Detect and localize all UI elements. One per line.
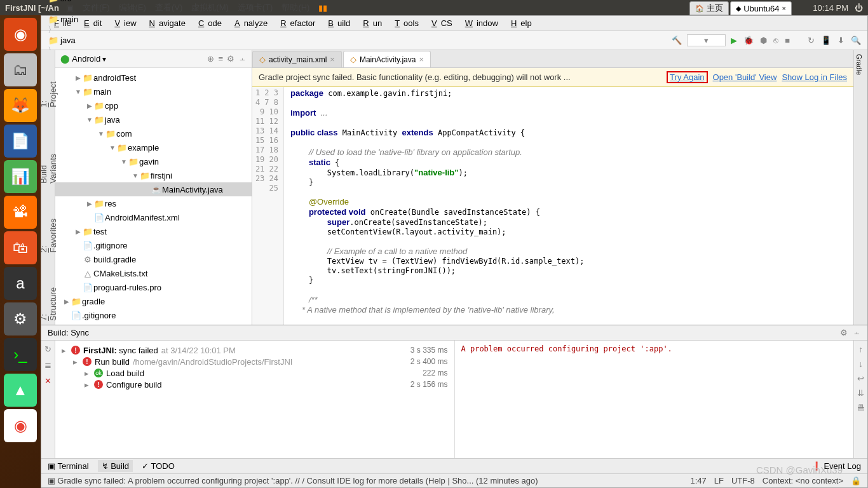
scroll-icon[interactable]: ⇊ [857, 388, 864, 398]
code-editor[interactable]: package com.example.gavin.firstjni; impo… [284, 87, 853, 325]
close-icon[interactable]: × [330, 55, 335, 64]
calc-icon[interactable]: 📊 [4, 160, 37, 193]
attach-icon[interactable]: ⎋ [772, 34, 780, 46]
up-icon[interactable]: ↑ [858, 344, 863, 354]
amazon-icon[interactable]: a [4, 267, 37, 300]
breadcrumb-item[interactable]: 📁src [46, 0, 93, 3]
collapse-icon[interactable]: ≡ [218, 54, 223, 64]
caret-pos[interactable]: 1:47 [690, 476, 706, 485]
menu-run[interactable]: Run [355, 17, 386, 29]
gear-icon[interactable]: ⚙ [227, 54, 234, 64]
impress-icon[interactable]: 📽 [4, 196, 37, 229]
profile-icon[interactable]: ⬢ [759, 34, 768, 46]
tree-node[interactable]: ▶📁cpp [55, 98, 252, 112]
run-icon[interactable]: ▶ [729, 34, 738, 46]
menu-analyze[interactable]: Analyze [227, 17, 271, 29]
build-console[interactable]: A problem occurred configuring project '… [455, 341, 854, 458]
menu-build[interactable]: Build [320, 17, 354, 29]
pause-icon[interactable]: ▮▮ [316, 3, 330, 13]
tree-node[interactable]: ▼📁java [55, 112, 252, 126]
project-view-select[interactable]: Android [72, 54, 100, 64]
tree-node[interactable]: 📄proguard-rules.pro [55, 280, 252, 294]
tree-node[interactable]: ▶📁test [55, 224, 252, 238]
tree-node[interactable]: 📄.gitignore [55, 238, 252, 252]
tree-node[interactable]: ▶📁res [55, 196, 252, 210]
tree-node[interactable]: ⚙build.gradle [55, 252, 252, 266]
firefox-icon[interactable]: 🦊 [4, 89, 37, 122]
tree-node[interactable]: △CMakeLists.txt [55, 266, 252, 280]
vm-edit[interactable]: 编辑(E) [116, 2, 149, 13]
tree-node[interactable]: ▶📁androidTest [55, 71, 252, 85]
editor-tab[interactable]: ◇activity_main.xml× [252, 51, 342, 67]
menu-navigate[interactable]: Navigate [142, 17, 189, 29]
tree-node[interactable]: ▼📁example [55, 140, 252, 154]
vm-help[interactable]: 帮助(H) [279, 2, 312, 13]
tree-node[interactable]: ▶📁gradle [55, 294, 252, 308]
line-ending[interactable]: LF [714, 476, 724, 485]
build-tree[interactable]: ▸!FirstJNI: sync failed at 3/14/22 10:01… [55, 341, 455, 458]
terminal-tab[interactable]: ▣ Terminal [48, 461, 89, 471]
sync-icon[interactable]: ↻ [806, 34, 816, 46]
build-row[interactable]: ▸okLoad build 222 ms [62, 367, 448, 379]
debug-icon[interactable]: 🐞 [742, 34, 755, 46]
software-icon[interactable]: 🛍 [4, 231, 37, 264]
tree-node[interactable]: 📄AndroidManifest.xml [55, 210, 252, 224]
stop-icon[interactable]: ■ [783, 34, 791, 46]
sdk-icon[interactable]: ⬇ [836, 34, 846, 46]
rerun-icon[interactable]: ↻ [44, 344, 51, 354]
search-icon[interactable]: 🔍 [850, 34, 862, 46]
android-studio-icon[interactable]: ▲ [4, 374, 37, 407]
try-again-link[interactable]: Try Again [667, 71, 707, 83]
hide-icon[interactable]: ⫠ [853, 328, 861, 337]
ubuntu-dash-icon[interactable]: ◉ [4, 18, 37, 51]
build-row[interactable]: ▸!Run build /home/gavin/AndroidStudioPro… [62, 356, 448, 367]
gradle-tab[interactable]: Gradle [854, 50, 864, 79]
tree-node[interactable]: ▼📁main [55, 85, 252, 98]
menu-window[interactable]: Window [458, 17, 502, 29]
favorites-tab[interactable]: 2: Favorites [41, 207, 59, 257]
show-log-link[interactable]: Show Log in Files [782, 72, 847, 82]
editor-tab[interactable]: ◇MainActivity.java× [343, 51, 431, 67]
menu-tools[interactable]: Tools [387, 17, 423, 29]
down-icon[interactable]: ↓ [858, 359, 863, 369]
settings-icon[interactable]: ⚙ [4, 302, 37, 336]
tree-node[interactable]: ▼📁com [55, 126, 252, 140]
avd-icon[interactable]: 📱 [820, 34, 832, 46]
menu-help[interactable]: Help [503, 17, 536, 29]
close-icon[interactable]: × [419, 55, 424, 64]
files-icon[interactable]: 🗂 [4, 53, 37, 86]
vm-view[interactable]: 查看(V) [153, 2, 185, 13]
build-row[interactable]: ▸!FirstJNI: sync failed at 3/14/22 10:01… [62, 344, 448, 356]
wrap-icon[interactable]: ↩ [857, 374, 864, 383]
close-icon[interactable]: ✕ [44, 376, 51, 386]
build-tab[interactable]: ↯ Build [98, 460, 133, 472]
structure-tab[interactable]: 7: Structure [41, 275, 59, 325]
open-build-link[interactable]: Open 'Build' View [713, 72, 777, 82]
vm-vm[interactable]: 虚拟机(M) [189, 2, 231, 13]
menu-code[interactable]: Code [191, 17, 226, 29]
vm-tabs[interactable]: 选项卡(T) [235, 2, 276, 13]
event-log-tab[interactable]: ❗ Event Log [811, 461, 861, 471]
tree-node[interactable]: ▼📁firstjni [55, 168, 252, 182]
tree-node[interactable]: ▼📁gavin [55, 154, 252, 168]
writer-icon[interactable]: 📄 [4, 125, 37, 158]
menu-refactor[interactable]: Refactor [273, 17, 319, 29]
print-icon[interactable]: 🖶 [857, 403, 865, 412]
encoding[interactable]: UTF-8 [731, 476, 755, 485]
breadcrumb-item[interactable]: 📁java [46, 36, 93, 45]
project-tab[interactable]: 1: Project [41, 69, 59, 111]
gear-icon[interactable]: ⚙ [840, 328, 848, 337]
power-icon[interactable]: ⏻ [855, 3, 863, 13]
terminal-icon[interactable]: ›_ [4, 338, 37, 371]
filter-icon[interactable]: ≣ [44, 360, 51, 370]
build-variants-tab[interactable]: Build Variants [41, 130, 59, 187]
breadcrumb-item[interactable]: 📁main [46, 15, 93, 24]
hammer-icon[interactable]: 🔨 [670, 34, 683, 46]
menu-vcs[interactable]: VCS [424, 17, 456, 29]
chrome-icon[interactable]: ◉ [4, 409, 37, 442]
target-icon[interactable]: ⊕ [207, 54, 214, 64]
context[interactable]: Context: <no context> [763, 476, 843, 485]
tree-node[interactable]: 📄.gitignore [55, 308, 252, 322]
menu-view[interactable]: View [107, 17, 140, 29]
run-config-select[interactable]: ▾ [687, 34, 726, 46]
